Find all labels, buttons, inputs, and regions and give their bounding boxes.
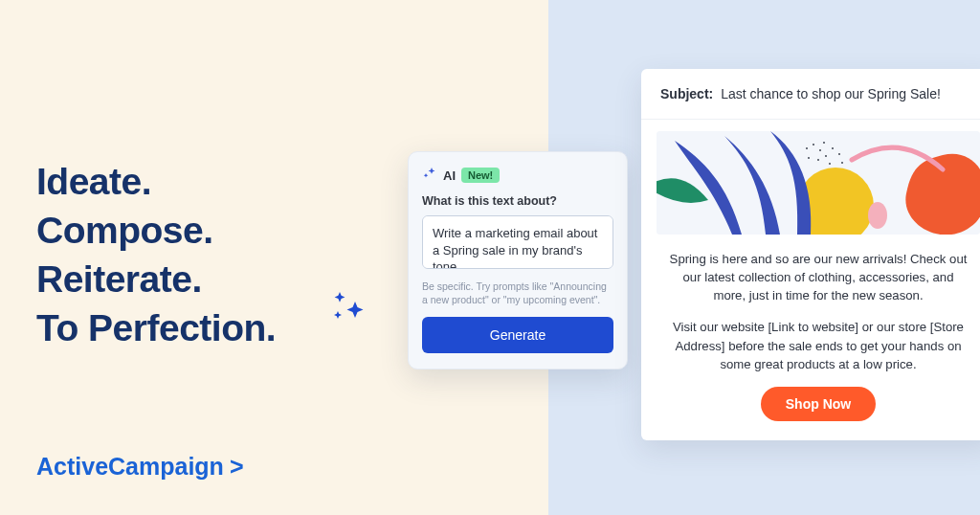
svg-point-13 bbox=[868, 202, 887, 229]
email-preview-card: Subject: Last chance to shop our Spring … bbox=[641, 69, 980, 440]
svg-point-12 bbox=[823, 142, 825, 144]
ai-card-header: AI New! bbox=[422, 166, 613, 185]
email-subject-row: Subject: Last chance to shop our Spring … bbox=[641, 69, 980, 120]
ai-hint: Be specific. Try prompts like "Announcin… bbox=[422, 280, 613, 306]
headline-line-2: Compose. bbox=[36, 206, 276, 255]
email-hero-image bbox=[657, 131, 980, 235]
ai-prompt-label: What is this text about? bbox=[422, 194, 613, 208]
generate-button[interactable]: Generate bbox=[422, 317, 613, 353]
email-paragraph-1: Spring is here and so are our new arriva… bbox=[666, 250, 970, 304]
svg-point-6 bbox=[817, 159, 819, 161]
brand-name: ActiveCampaign bbox=[36, 453, 224, 481]
svg-point-5 bbox=[808, 157, 810, 159]
ai-label: AI bbox=[443, 168, 456, 183]
headline: Ideate. Compose. Reiterate. To Perfectio… bbox=[36, 157, 276, 352]
email-subject-value: Last chance to shop our Spring Sale! bbox=[721, 86, 941, 101]
email-subject-label: Subject: bbox=[660, 86, 713, 101]
svg-point-4 bbox=[819, 149, 821, 151]
headline-line-3: Reiterate. bbox=[36, 255, 276, 303]
brand-arrow-icon: > bbox=[230, 453, 244, 481]
headline-line-1: Ideate. bbox=[36, 157, 276, 206]
ai-prompt-input[interactable] bbox=[422, 215, 613, 269]
sparkles-icon bbox=[326, 286, 367, 330]
svg-point-2 bbox=[806, 147, 808, 149]
email-paragraph-2: Visit our website [Link to website] or o… bbox=[666, 318, 970, 372]
ai-prompt-card: AI New! What is this text about? Be spec… bbox=[408, 151, 628, 369]
svg-point-10 bbox=[829, 163, 831, 165]
svg-point-3 bbox=[813, 144, 814, 146]
headline-line-4: To Perfection. bbox=[36, 303, 276, 352]
svg-point-7 bbox=[825, 155, 827, 157]
email-body: Spring is here and so are our new arriva… bbox=[641, 244, 980, 440]
ai-sparkle-icon bbox=[422, 166, 437, 185]
svg-point-9 bbox=[838, 153, 840, 155]
brand-logo: ActiveCampaign > bbox=[36, 453, 244, 481]
ai-new-badge: New! bbox=[461, 168, 500, 183]
shop-now-button[interactable]: Shop Now bbox=[761, 387, 876, 421]
svg-point-8 bbox=[832, 147, 834, 149]
svg-point-11 bbox=[841, 162, 843, 164]
